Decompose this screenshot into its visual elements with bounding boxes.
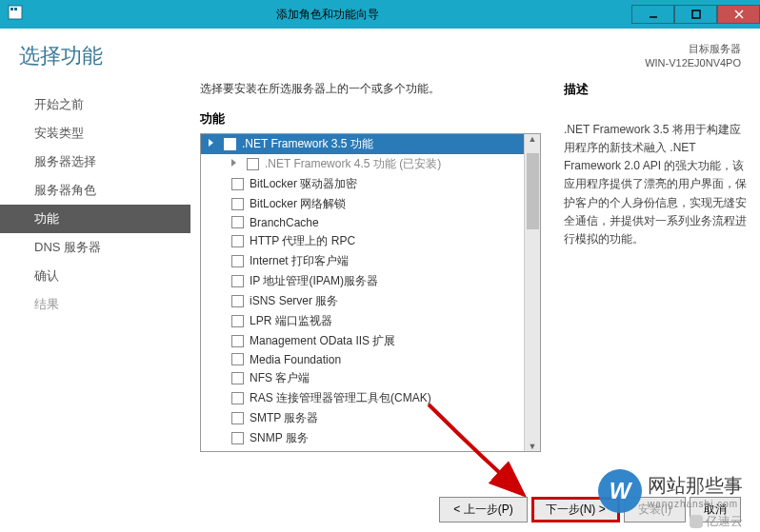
feature-checkbox[interactable] bbox=[231, 412, 244, 424]
feature-item[interactable]: RAS 连接管理器管理工具包(CMAK) bbox=[201, 388, 524, 408]
feature-item[interactable]: HTTP 代理上的 RPC bbox=[201, 231, 524, 251]
nav-item-1[interactable]: 安装类型 bbox=[0, 119, 190, 148]
feature-label: RAS 连接管理器管理工具包(CMAK) bbox=[250, 390, 431, 406]
feature-checkbox[interactable] bbox=[231, 432, 244, 444]
features-label: 功能 bbox=[200, 110, 541, 128]
svg-rect-2 bbox=[14, 8, 17, 10]
expand-icon[interactable] bbox=[231, 159, 241, 168]
feature-checkbox[interactable] bbox=[231, 392, 244, 404]
description-label: 描述 bbox=[564, 81, 747, 98]
feature-label: .NET Framework 3.5 功能 bbox=[242, 136, 373, 152]
feature-item[interactable]: .NET Framework 4.5 功能 (已安装) bbox=[201, 154, 524, 174]
feature-label: Internet 打印客户端 bbox=[250, 253, 349, 269]
svg-rect-4 bbox=[692, 10, 700, 18]
feature-checkbox[interactable] bbox=[231, 275, 244, 287]
feature-checkbox[interactable] bbox=[231, 295, 244, 307]
feature-item[interactable]: Internet 打印客户端 bbox=[201, 251, 524, 271]
app-icon bbox=[8, 5, 23, 24]
page-title: 选择功能 bbox=[19, 42, 103, 70]
scroll-down-icon[interactable]: ▼ bbox=[525, 442, 540, 451]
window-title: 添加角色和功能向导 bbox=[23, 7, 631, 23]
header: 选择功能 目标服务器 WIN-V12EJ0NV4PO bbox=[0, 29, 760, 81]
feature-item[interactable]: iSNS Server 服务 bbox=[201, 291, 524, 311]
nav-item-7: 结果 bbox=[0, 290, 190, 319]
feature-item[interactable]: Management OData IIS 扩展 bbox=[201, 331, 524, 351]
feature-checkbox[interactable] bbox=[231, 315, 244, 327]
feature-item[interactable]: BitLocker 网络解锁 bbox=[201, 194, 524, 214]
watermark-logo: W 网站那些事 wangzhanshi.com bbox=[598, 469, 743, 513]
feature-label: iSNS Server 服务 bbox=[250, 293, 338, 309]
close-button[interactable] bbox=[717, 5, 760, 24]
nav-item-6[interactable]: 确认 bbox=[0, 262, 190, 290]
feature-item[interactable]: .NET Framework 3.5 功能 bbox=[201, 134, 524, 154]
titlebar: 添加角色和功能向导 bbox=[0, 0, 760, 29]
main-panel: 选择要安装在所选服务器上的一个或多个功能。 功能 .NET Framework … bbox=[190, 81, 550, 490]
target-server-label: 目标服务器 bbox=[645, 42, 741, 56]
feature-item[interactable]: NFS 客户端 bbox=[201, 368, 524, 388]
feature-label: BranchCache bbox=[250, 216, 319, 229]
features-list[interactable]: .NET Framework 3.5 功能.NET Framework 4.5 … bbox=[201, 134, 524, 451]
nav-item-5[interactable]: DNS 服务器 bbox=[0, 233, 190, 262]
feature-label: NFS 客户端 bbox=[250, 370, 310, 386]
feature-item[interactable]: LPR 端口监视器 bbox=[201, 311, 524, 331]
feature-label: SMTP 服务器 bbox=[250, 410, 318, 426]
description-text: .NET Framework 3.5 将用于构建应用程序的新技术融入 .NET … bbox=[564, 121, 747, 248]
nav-item-0[interactable]: 开始之前 bbox=[0, 90, 190, 119]
feature-checkbox[interactable] bbox=[231, 178, 244, 190]
feature-checkbox[interactable] bbox=[231, 372, 244, 384]
instruction-text: 选择要安装在所选服务器上的一个或多个功能。 bbox=[200, 81, 541, 97]
target-server-name: WIN-V12EJ0NV4PO bbox=[645, 56, 741, 70]
feature-label: BitLocker 驱动器加密 bbox=[250, 176, 357, 192]
feature-item[interactable]: SNMP 服务 bbox=[201, 428, 524, 448]
vertical-scrollbar[interactable]: ▲ ▼ bbox=[524, 134, 540, 451]
expand-icon[interactable] bbox=[209, 139, 218, 148]
feature-label: BitLocker 网络解锁 bbox=[250, 196, 346, 212]
wizard-nav: 开始之前安装类型服务器选择服务器角色功能DNS 服务器确认结果 bbox=[0, 81, 190, 490]
feature-item[interactable]: SMTP 服务器 bbox=[201, 408, 524, 428]
feature-checkbox[interactable] bbox=[247, 158, 259, 170]
target-server-info: 目标服务器 WIN-V12EJ0NV4PO bbox=[645, 42, 741, 71]
scroll-thumb[interactable] bbox=[527, 153, 539, 229]
feature-item[interactable]: BitLocker 驱动器加密 bbox=[201, 174, 524, 194]
nav-item-2[interactable]: 服务器选择 bbox=[0, 148, 190, 176]
feature-checkbox[interactable] bbox=[224, 138, 236, 150]
minimize-button[interactable] bbox=[631, 5, 674, 24]
watermark-secondary-text: 亿速云 bbox=[706, 513, 743, 530]
feature-item[interactable]: IP 地址管理(IPAM)服务器 bbox=[201, 271, 524, 291]
watermark-text: 网站那些事 bbox=[648, 473, 743, 499]
feature-item[interactable]: Media Foundation bbox=[201, 351, 524, 368]
feature-checkbox[interactable] bbox=[231, 353, 244, 365]
window-controls bbox=[631, 5, 760, 24]
feature-checkbox[interactable] bbox=[231, 235, 244, 247]
scroll-up-icon[interactable]: ▲ bbox=[525, 134, 540, 144]
feature-label: IP 地址管理(IPAM)服务器 bbox=[250, 273, 378, 289]
watermark-url: wangzhanshi.com bbox=[648, 499, 743, 509]
svg-rect-1 bbox=[10, 8, 13, 10]
feature-label: HTTP 代理上的 RPC bbox=[250, 233, 355, 249]
watermark-icon: W bbox=[598, 469, 642, 513]
description-panel: 描述 .NET Framework 3.5 将用于构建应用程序的新技术融入 .N… bbox=[550, 81, 760, 490]
watermark-secondary: 亿速云 bbox=[690, 513, 743, 530]
maximize-button[interactable] bbox=[674, 5, 717, 24]
feature-label: Management OData IIS 扩展 bbox=[250, 333, 395, 349]
feature-label: LPR 端口监视器 bbox=[250, 313, 332, 329]
feature-checkbox[interactable] bbox=[231, 198, 244, 210]
feature-checkbox[interactable] bbox=[231, 216, 244, 228]
feature-label: Media Foundation bbox=[250, 353, 341, 366]
features-tree: .NET Framework 3.5 功能.NET Framework 4.5 … bbox=[200, 133, 541, 452]
feature-label: SNMP 服务 bbox=[250, 430, 309, 446]
feature-checkbox[interactable] bbox=[231, 335, 244, 347]
previous-button[interactable]: < 上一步(P) bbox=[439, 497, 527, 522]
nav-item-4[interactable]: 功能 bbox=[0, 205, 190, 233]
watermark-secondary-icon bbox=[690, 515, 703, 528]
feature-label: .NET Framework 4.5 功能 (已安装) bbox=[265, 156, 441, 172]
feature-item[interactable]: BranchCache bbox=[201, 214, 524, 231]
nav-item-3[interactable]: 服务器角色 bbox=[0, 176, 190, 205]
feature-checkbox[interactable] bbox=[231, 255, 244, 267]
